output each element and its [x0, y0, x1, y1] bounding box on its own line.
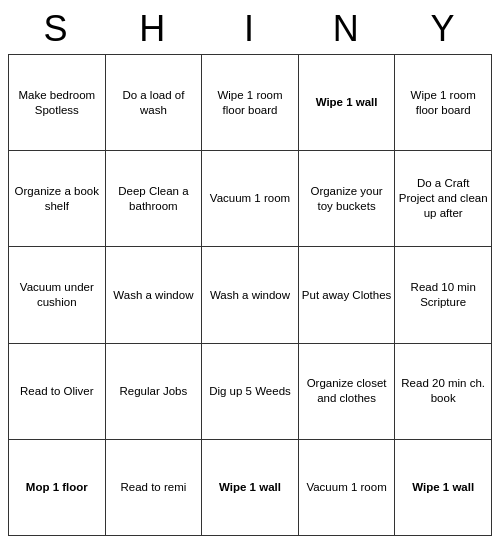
- cell-r1-c0: Organize a book shelf: [9, 151, 106, 247]
- cell-r0-c3: Wipe 1 wall: [298, 55, 395, 151]
- cell-r3-c1: Regular Jobs: [105, 343, 202, 439]
- cell-r0-c1: Do a load of wash: [105, 55, 202, 151]
- cell-r4-c4: Wipe 1 wall: [395, 439, 492, 535]
- title-letter-h: H: [105, 8, 202, 50]
- cell-r2-c4: Read 10 min Scripture: [395, 247, 492, 343]
- cell-r1-c4: Do a Craft Project and clean up after: [395, 151, 492, 247]
- title-letter-i: I: [202, 8, 299, 50]
- cell-r3-c4: Read 20 min ch. book: [395, 343, 492, 439]
- cell-r2-c1: Wash a window: [105, 247, 202, 343]
- bingo-grid: Make bedroom SpotlessDo a load of washWi…: [8, 54, 492, 536]
- bingo-title: S H I N Y: [8, 8, 492, 50]
- cell-r1-c2: Vacuum 1 room: [202, 151, 299, 247]
- cell-r4-c3: Vacuum 1 room: [298, 439, 395, 535]
- cell-r1-c3: Organize your toy buckets: [298, 151, 395, 247]
- cell-r1-c1: Deep Clean a bathroom: [105, 151, 202, 247]
- cell-r4-c2: Wipe 1 wall: [202, 439, 299, 535]
- cell-r3-c3: Organize closet and clothes: [298, 343, 395, 439]
- title-letter-y: Y: [395, 8, 492, 50]
- cell-r0-c0: Make bedroom Spotless: [9, 55, 106, 151]
- cell-r2-c3: Put away Clothes: [298, 247, 395, 343]
- cell-r3-c2: Dig up 5 Weeds: [202, 343, 299, 439]
- cell-r2-c2: Wash a window: [202, 247, 299, 343]
- cell-r3-c0: Read to Oliver: [9, 343, 106, 439]
- title-letter-n: N: [298, 8, 395, 50]
- cell-r4-c0: Mop 1 floor: [9, 439, 106, 535]
- title-letter-s: S: [8, 8, 105, 50]
- cell-r0-c4: Wipe 1 room floor board: [395, 55, 492, 151]
- cell-r4-c1: Read to remi: [105, 439, 202, 535]
- cell-r0-c2: Wipe 1 room floor board: [202, 55, 299, 151]
- cell-r2-c0: Vacuum under cushion: [9, 247, 106, 343]
